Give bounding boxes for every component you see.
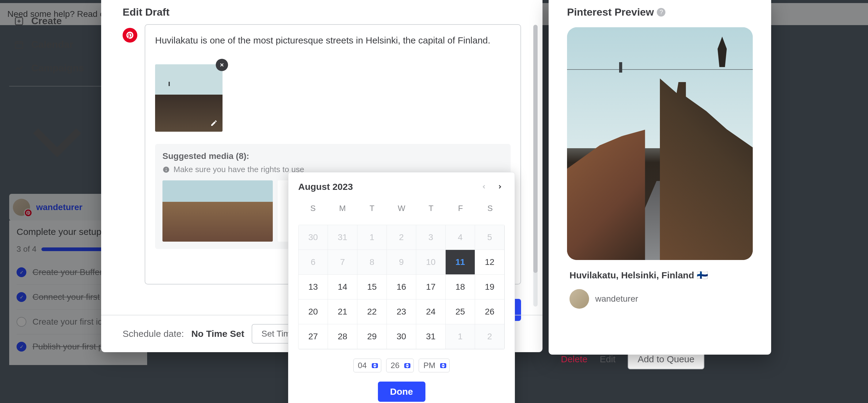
- help-icon[interactable]: ?: [657, 8, 665, 16]
- day-cell[interactable]: 14: [328, 275, 358, 300]
- minute-stepper[interactable]: [404, 363, 410, 368]
- ampm-value: PM: [423, 361, 435, 370]
- day-cell[interactable]: 25: [446, 300, 475, 324]
- chevron-right-icon: [497, 184, 503, 190]
- day-cell[interactable]: 20: [299, 300, 328, 324]
- ampm-input[interactable]: PM: [419, 359, 450, 372]
- done-button[interactable]: Done: [378, 381, 426, 402]
- datepicker-month: August 2023: [298, 181, 353, 192]
- day-cell[interactable]: 3: [416, 225, 446, 250]
- minute-value: 26: [391, 361, 400, 370]
- day-cell[interactable]: 31: [328, 225, 358, 250]
- day-cell[interactable]: 13: [299, 275, 328, 300]
- day-cell[interactable]: 19: [475, 275, 504, 300]
- day-cell[interactable]: 6: [299, 250, 328, 275]
- author-avatar: [569, 289, 589, 309]
- day-cell[interactable]: 2: [475, 324, 504, 349]
- day-cell[interactable]: 1: [446, 324, 475, 349]
- datepicker-grid: 3031123456789101112131415161718192021222…: [298, 225, 505, 349]
- day-cell[interactable]: 7: [328, 250, 358, 275]
- preview-image: [567, 27, 753, 260]
- pinterest-icon: [123, 28, 137, 42]
- datepicker-dow-row: S M T W T F S: [298, 199, 505, 217]
- ampm-stepper[interactable]: [440, 363, 446, 368]
- pinterest-preview-modal: Pinterest Preview ? Huvilakatu, Helsinki…: [549, 0, 771, 355]
- edit-image-button[interactable]: [209, 117, 219, 129]
- suggested-note-text: Make sure you have the rights to use: [174, 165, 304, 174]
- dow-label: S: [475, 199, 505, 217]
- close-icon: [219, 62, 225, 68]
- day-cell[interactable]: 2: [387, 225, 416, 250]
- day-cell[interactable]: 24: [416, 300, 446, 324]
- day-cell[interactable]: 28: [328, 324, 358, 349]
- compose-text[interactable]: Huvilakatu is one of the most picturesqu…: [145, 25, 521, 56]
- day-cell[interactable]: 23: [387, 300, 416, 324]
- day-cell[interactable]: 10: [416, 250, 446, 275]
- hour-stepper[interactable]: [372, 363, 378, 368]
- suggested-title: Suggested media (8):: [162, 151, 503, 161]
- day-cell[interactable]: 9: [387, 250, 416, 275]
- day-cell[interactable]: 26: [475, 300, 504, 324]
- dow-label: T: [416, 199, 446, 217]
- schedule-label: Schedule date:: [123, 329, 184, 339]
- schedule-value: No Time Set: [191, 329, 244, 339]
- day-cell[interactable]: 8: [358, 250, 387, 275]
- day-cell[interactable]: 17: [416, 275, 446, 300]
- dow-label: T: [358, 199, 387, 217]
- attached-image[interactable]: [155, 64, 222, 132]
- day-cell[interactable]: 11: [446, 250, 475, 275]
- edit-modal-title: Edit Draft: [101, 0, 542, 24]
- day-cell[interactable]: 18: [446, 275, 475, 300]
- day-cell[interactable]: 12: [475, 250, 504, 275]
- day-cell[interactable]: 15: [358, 275, 387, 300]
- delete-button[interactable]: Delete: [561, 354, 588, 364]
- day-cell[interactable]: 27: [299, 324, 328, 349]
- preview-title: Pinterest Preview: [567, 6, 654, 18]
- dow-label: S: [298, 199, 328, 217]
- hour-value: 04: [358, 361, 367, 370]
- chevron-left-icon: [481, 184, 487, 190]
- preview-caption: Huvilakatu, Helsinki, Finland 🇫🇮: [567, 265, 753, 286]
- next-month-button[interactable]: [495, 182, 505, 192]
- day-cell[interactable]: 29: [358, 324, 387, 349]
- dow-label: M: [328, 199, 357, 217]
- prev-month-button곱[interactable]: [479, 182, 489, 192]
- dow-label: W: [387, 199, 416, 217]
- day-cell[interactable]: 22: [358, 300, 387, 324]
- day-cell[interactable]: 1: [358, 225, 387, 250]
- day-cell[interactable]: 31: [416, 324, 446, 349]
- hour-input[interactable]: 04: [353, 359, 381, 372]
- day-cell[interactable]: 5: [475, 225, 504, 250]
- day-cell[interactable]: 21: [328, 300, 358, 324]
- info-icon: [162, 166, 170, 173]
- day-cell[interactable]: 16: [387, 275, 416, 300]
- remove-image-button[interactable]: [216, 59, 228, 71]
- day-cell[interactable]: 30: [299, 225, 328, 250]
- scrollbar[interactable]: [533, 25, 537, 306]
- dow-label: F: [446, 199, 475, 217]
- day-cell[interactable]: 4: [446, 225, 475, 250]
- pencil-icon: [210, 120, 218, 127]
- minute-input[interactable]: 26: [386, 359, 414, 372]
- suggested-thumb[interactable]: [162, 180, 273, 242]
- author-name: wandeturer: [595, 294, 638, 304]
- datepicker-popover: August 2023 S M T W T F S 30311234567891…: [288, 172, 515, 403]
- edit-button[interactable]: Edit: [600, 354, 616, 364]
- day-cell[interactable]: 30: [387, 324, 416, 349]
